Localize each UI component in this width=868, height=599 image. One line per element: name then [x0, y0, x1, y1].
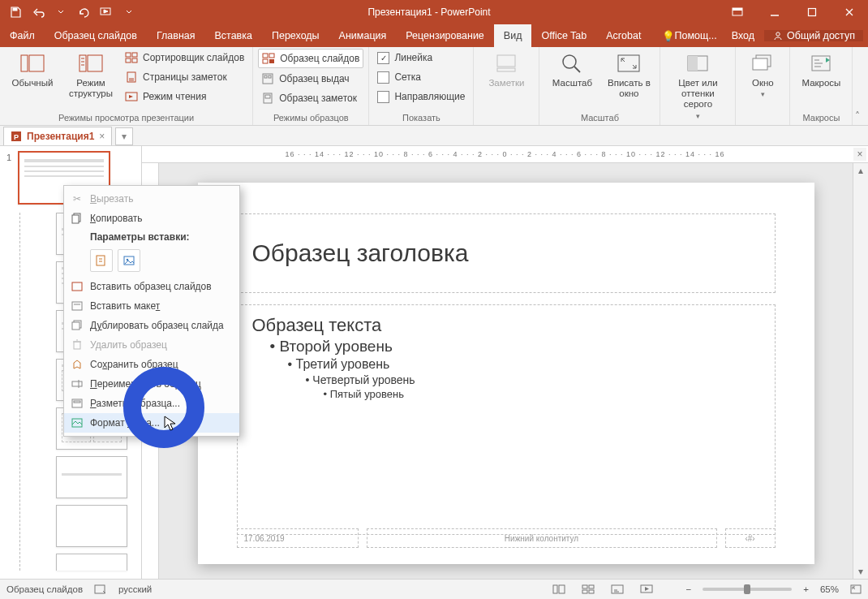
tab-insert[interactable]: Вставка [205, 24, 262, 47]
guides-checkbox[interactable]: Направляющие [374, 88, 468, 106]
tab-slide-master[interactable]: Образец слайдов [45, 24, 147, 47]
new-tab-button[interactable]: ▾ [115, 127, 133, 145]
layout-thumbnail[interactable] [56, 554, 127, 571]
horizontal-ruler[interactable]: 16 · · · 14 · · · 12 · · · 10 · · · 8 · … [142, 146, 868, 163]
slide-number-placeholder[interactable]: ‹#› [725, 528, 776, 548]
macros-button[interactable]: Макросы [795, 49, 847, 90]
fit-to-window-status-button[interactable] [850, 584, 862, 595]
document-tab[interactable]: P Презентация1 × [3, 127, 112, 145]
sign-in-button[interactable]: Вход [725, 30, 761, 41]
slide-master-canvas[interactable]: Образец заголовка Образец текста Второй … [198, 183, 814, 564]
window-buttons [719, 0, 868, 24]
layout-thumbnail[interactable] [56, 456, 127, 498]
ctx-format-background[interactable]: Формат фона... [64, 413, 239, 433]
zoom-slider[interactable] [703, 588, 792, 591]
close-button[interactable] [831, 0, 868, 24]
ribbon-group-color: Цвет или оттенки серого▾ [660, 47, 736, 125]
fit-to-window-button[interactable]: Вписать в окно [603, 49, 655, 101]
slide-sorter-status-button[interactable] [579, 582, 597, 597]
cut-icon: ✂ [71, 192, 84, 205]
ribbon: Обычный Режим структуры Сортировщик слай… [0, 47, 868, 126]
ribbon-display-options-button[interactable] [719, 0, 756, 24]
tab-file[interactable]: Файл [0, 24, 45, 47]
zoom-in-button[interactable]: + [803, 584, 809, 594]
normal-view-status-button[interactable] [550, 582, 568, 597]
ctx-insert-slide-master[interactable]: Вставить образец слайдов [64, 277, 239, 296]
tab-home[interactable]: Главная [147, 24, 205, 47]
ctx-insert-layout[interactable]: Вставить макет [64, 296, 239, 316]
undo-button[interactable] [28, 2, 49, 23]
paste-use-destination-theme[interactable] [90, 249, 113, 272]
notes-page-button[interactable]: Страницы заметок [122, 68, 247, 86]
date-placeholder[interactable]: 17.06.2019 [237, 528, 359, 548]
content-placeholder[interactable]: Образец текста Второй уровень Третий уро… [237, 304, 776, 535]
tell-me-button[interactable]: 💡 Помощ... [657, 30, 722, 42]
ribbon-group-label: Режимы образцов [258, 111, 363, 125]
reading-view-status-button[interactable] [608, 582, 626, 597]
vertical-scrollbar[interactable]: ▴ ▾ [853, 163, 868, 579]
spell-check-icon[interactable] [94, 584, 107, 595]
window-icon [750, 50, 776, 76]
svg-rect-12 [126, 58, 131, 62]
slide-sorter-button[interactable]: Сортировщик слайдов [122, 49, 247, 67]
maximize-button[interactable] [793, 0, 831, 24]
footer-placeholder[interactable]: Нижний колонтитул [367, 528, 717, 548]
svg-point-27 [563, 55, 576, 68]
save-button[interactable] [5, 2, 26, 23]
normal-view-button[interactable]: Обычный [5, 49, 60, 90]
collapse-ribbon-button[interactable]: ˄ [852, 110, 863, 122]
outline-view-button[interactable]: Режим структуры [63, 49, 118, 101]
svg-rect-10 [126, 53, 131, 57]
body-level-4: Четвертый уровень [306, 373, 760, 386]
slide-master-button[interactable]: Образец слайдов [258, 49, 363, 68]
color-grayscale-button[interactable]: Цвет или оттенки серого▾ [665, 49, 730, 122]
handout-master-button[interactable]: Образец выдач [258, 70, 363, 88]
ruler-checkbox[interactable]: ✓Линейка [374, 49, 468, 67]
zoom-level-label[interactable]: 65% [820, 584, 839, 594]
close-pane-icon[interactable]: × [853, 148, 866, 161]
share-button[interactable]: Общий доступ [764, 30, 863, 41]
ctx-preserve-master[interactable]: Сохранить образец [64, 355, 239, 374]
redo-button[interactable] [73, 2, 94, 23]
start-from-beginning-button[interactable] [96, 2, 117, 23]
svg-rect-42 [589, 590, 594, 593]
tab-review[interactable]: Рецензирование [396, 24, 494, 47]
slideshow-status-button[interactable] [638, 582, 655, 597]
ribbon-group-show: ✓Линейка Сетка Направляющие Показать [369, 47, 474, 125]
ctx-copy[interactable]: Копировать [64, 209, 239, 228]
notes-master-button[interactable]: Образец заметок [258, 89, 363, 107]
tab-animation[interactable]: Анимация [329, 24, 397, 47]
ctx-rename-master[interactable]: Переименовать образец [64, 374, 239, 394]
gridlines-checkbox[interactable]: Сетка [374, 68, 468, 86]
app-window: Презентация1 - PowerPoint Файл Образец с… [0, 0, 868, 599]
svg-rect-41 [582, 590, 587, 593]
ctx-duplicate-master[interactable]: Дублировать образец слайда [64, 316, 239, 335]
minimize-button[interactable] [756, 0, 793, 24]
scroll-up-icon[interactable]: ▴ [853, 163, 868, 178]
title-placeholder[interactable]: Образец заголовка [237, 213, 776, 293]
tab-view[interactable]: Вид [494, 24, 532, 47]
status-language[interactable]: русский [118, 584, 152, 594]
reading-view-button[interactable]: Режим чтения [122, 88, 247, 106]
zoom-button[interactable]: Масштаб [544, 49, 599, 90]
status-view-mode: Образец слайдов [6, 584, 83, 594]
ctx-master-layout[interactable]: Разметка образца... [64, 394, 239, 413]
tab-acrobat[interactable]: Acrobat [596, 24, 651, 47]
tab-office-tab[interactable]: Office Tab [531, 24, 596, 47]
reading-view-label: Режим чтения [143, 91, 206, 102]
tab-transitions[interactable]: Переходы [262, 24, 329, 47]
layout-thumbnail[interactable] [56, 505, 127, 547]
close-tab-icon[interactable]: × [99, 131, 105, 142]
undo-dropdown-icon[interactable] [50, 2, 71, 23]
window-button[interactable]: Окно▾ [741, 49, 784, 101]
zoom-out-button[interactable]: − [686, 584, 692, 594]
footer-placeholders: 17.06.2019 Нижний колонтитул ‹#› [237, 528, 776, 548]
slide-canvas-area[interactable]: Образец заголовка Образец текста Второй … [159, 163, 853, 579]
zoom-slider-thumb[interactable] [744, 584, 750, 594]
scroll-down-icon[interactable]: ▾ [853, 564, 868, 579]
qat-customize-icon[interactable] [118, 2, 140, 23]
svg-rect-47 [72, 215, 79, 223]
paste-picture[interactable] [118, 249, 140, 272]
svg-rect-28 [618, 55, 639, 71]
ctx-delete-master: Удалить образец [64, 335, 239, 355]
